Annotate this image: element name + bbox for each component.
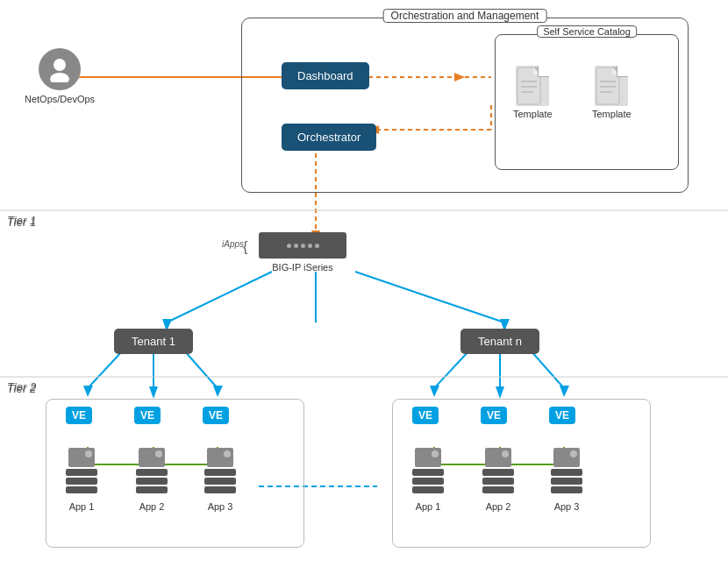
- app2-tn: App 2: [472, 448, 525, 512]
- dot5: [315, 244, 319, 248]
- orchestration-title: Orchestration and Management: [383, 9, 547, 23]
- ssc-box: Self Service Catalog Template: [495, 34, 679, 170]
- bigip-device: iApps { BIG-IP iSeries: [259, 232, 346, 273]
- user-avatar: [39, 48, 81, 90]
- svg-marker-24: [496, 386, 504, 399]
- svg-point-41: [50, 73, 69, 82]
- template2-label: Template: [592, 109, 632, 119]
- svg-point-40: [54, 59, 66, 71]
- svg-marker-18: [149, 386, 158, 399]
- ve2-badge-tn: VE: [481, 407, 507, 424]
- tenantn-group-box: VE VE VE App 1: [392, 399, 651, 548]
- svg-line-19: [184, 351, 218, 388]
- orchestration-box: Orchestration and Management Dashboard O…: [241, 18, 689, 193]
- bigip-label: BIG-IP iSeries: [259, 262, 346, 273]
- svg-marker-26: [560, 386, 569, 397]
- svg-line-12: [355, 272, 504, 322]
- app2-label-t1: App 2: [125, 501, 178, 512]
- svg-marker-20: [213, 386, 223, 397]
- app2-label-tn: App 2: [472, 501, 525, 512]
- dot2: [294, 244, 298, 248]
- template1-icon: Template: [513, 66, 553, 119]
- app1-label-tn: App 1: [402, 501, 454, 512]
- svg-line-15: [88, 351, 123, 388]
- dashboard-button[interactable]: Dashboard: [282, 62, 369, 89]
- template2-icon: Template: [592, 66, 632, 119]
- app2-t1: App 2: [125, 448, 178, 512]
- ve3-badge-tn: VE: [549, 407, 575, 424]
- svg-marker-22: [430, 386, 439, 397]
- ve1-badge-tn: VE: [412, 407, 439, 424]
- iapps-label: iApps: [222, 239, 244, 249]
- app3-label-t1: App 3: [194, 501, 246, 512]
- tenantn-box: Tenant n: [460, 329, 539, 354]
- tier1-text: Tier 1: [7, 214, 36, 227]
- ve2-badge-t1: VE: [134, 407, 161, 424]
- dot3: [301, 244, 305, 248]
- svg-line-10: [167, 272, 272, 322]
- template1-doc: [516, 66, 549, 106]
- app1-label-t1: App 1: [55, 501, 108, 512]
- ssc-title: Self Service Catalog: [537, 25, 637, 38]
- dot1: [287, 244, 291, 248]
- svg-line-25: [531, 351, 564, 388]
- tier2-text: Tier 2: [7, 380, 36, 393]
- svg-marker-16: [83, 386, 93, 397]
- bigip-body: [259, 232, 346, 259]
- tenant1-box: Tenant 1: [114, 329, 193, 354]
- app1-t1: App 1: [55, 448, 108, 512]
- orchestrator-button[interactable]: Orchestrator: [282, 124, 376, 151]
- app1-tn: App 1: [402, 448, 454, 512]
- template2-doc: [595, 66, 628, 106]
- ve3-badge-t1: VE: [203, 407, 229, 424]
- svg-line-21: [434, 351, 469, 388]
- diagram-container: Tier 1 Tier 2 NetOps/DevOps Orchestratio…: [0, 0, 728, 567]
- template1-label: Template: [513, 109, 553, 119]
- svg-rect-48: [596, 67, 619, 104]
- user-icon-group: NetOps/DevOps: [25, 48, 95, 104]
- device-dots: [287, 244, 319, 248]
- app3-label-tn: App 3: [540, 501, 593, 512]
- svg-rect-42: [517, 67, 540, 104]
- user-label: NetOps/DevOps: [25, 94, 95, 104]
- ve1-badge-t1: VE: [66, 407, 92, 424]
- dot4: [308, 244, 312, 248]
- app3-t1: App 3: [194, 448, 246, 512]
- app3-tn: App 3: [540, 448, 593, 512]
- tenant1-group-box: VE VE VE App 1: [46, 399, 304, 548]
